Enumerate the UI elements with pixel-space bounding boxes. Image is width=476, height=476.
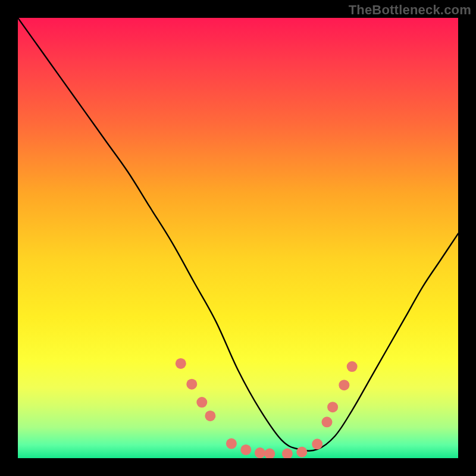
chart-marker — [264, 449, 275, 458]
chart-marker — [327, 402, 338, 412]
chart-marker — [282, 449, 293, 458]
chart-marker — [339, 380, 349, 390]
chart-marker — [321, 416, 332, 427]
chart-marker — [240, 444, 251, 455]
chart-marker — [347, 361, 358, 372]
chart-plot-area — [18, 18, 458, 458]
chart-marker — [255, 447, 265, 458]
chart-marker — [226, 439, 237, 449]
chart-markers — [176, 358, 358, 458]
chart-marker — [196, 397, 207, 408]
chart-curve — [18, 18, 458, 451]
chart-svg-layer — [18, 18, 458, 458]
chart-marker — [205, 411, 215, 421]
chart-marker — [312, 439, 322, 449]
watermark-text: TheBottleneck.com — [349, 2, 471, 18]
chart-marker — [186, 379, 197, 390]
chart-marker — [296, 447, 307, 458]
chart-marker — [176, 358, 186, 369]
